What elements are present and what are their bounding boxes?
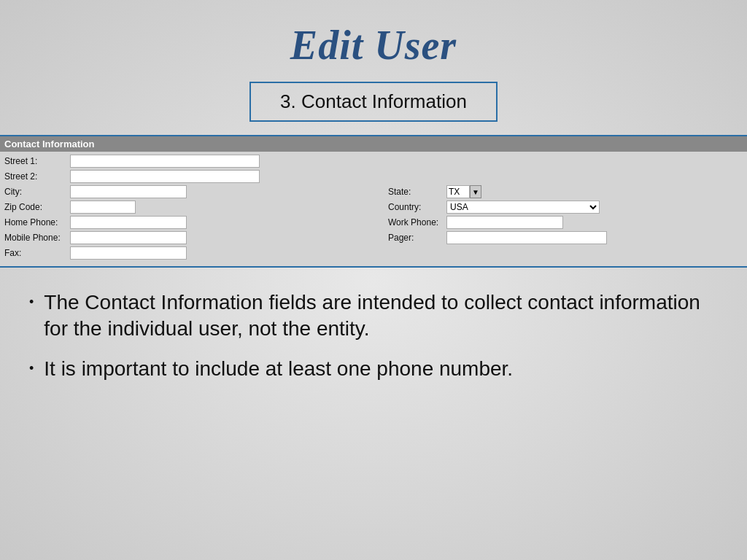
bullet-text-1: The Contact Information fields are inten… — [44, 289, 718, 343]
bullet-dot-2: • — [29, 360, 34, 377]
country-label: Country: — [388, 202, 446, 212]
bullet-text-2: It is important to include at least one … — [44, 356, 513, 382]
street1-input[interactable] — [70, 155, 260, 168]
fax-row: Fax: — [4, 246, 743, 260]
street2-row: Street 2: — [4, 170, 743, 183]
state-input[interactable] — [446, 185, 470, 198]
contact-information-panel: Contact Information Street 1: Street 2: … — [0, 135, 747, 268]
state-dropdown-button[interactable]: ▼ — [470, 185, 481, 198]
page-title: Edit User — [290, 22, 457, 69]
street1-row: Street 1: — [4, 155, 743, 168]
phones-row: Home Phone: Work Phone: — [4, 216, 743, 229]
street2-input[interactable] — [70, 170, 260, 183]
street1-label: Street 1: — [4, 156, 70, 166]
mobile-phone-input[interactable] — [70, 231, 187, 244]
city-label: City: — [4, 187, 70, 197]
city-state-row: City: State: ▼ — [4, 185, 743, 198]
bullet-dot-1: • — [29, 294, 34, 311]
pager-label: Pager: — [388, 233, 446, 243]
bullet-item-2: • It is important to include at least on… — [29, 356, 718, 382]
pager-input[interactable] — [446, 231, 607, 244]
city-input[interactable] — [70, 185, 187, 198]
mobile-phone-label: Mobile Phone: — [4, 233, 70, 243]
bullet-item-1: • The Contact Information fields are int… — [29, 289, 718, 343]
work-phone-input[interactable] — [446, 216, 563, 229]
home-phone-input[interactable] — [70, 216, 187, 229]
home-phone-label: Home Phone: — [4, 217, 70, 228]
panel-header: Contact Information — [0, 136, 747, 152]
state-label: State: — [388, 187, 446, 197]
fax-label: Fax: — [4, 248, 70, 258]
section-heading: 3. Contact Information — [249, 82, 498, 122]
country-select[interactable]: USA Canada Other — [446, 201, 600, 214]
street2-label: Street 2: — [4, 171, 70, 182]
fax-input[interactable] — [70, 246, 187, 260]
zip-label: Zip Code: — [4, 202, 70, 212]
work-phone-label: Work Phone: — [388, 217, 446, 228]
zip-input[interactable] — [70, 201, 136, 214]
zip-country-row: Zip Code: Country: USA Canada Other — [4, 201, 743, 214]
mobile-pager-row: Mobile Phone: Pager: — [4, 231, 743, 244]
bullets-section: • The Contact Information fields are int… — [0, 268, 747, 410]
